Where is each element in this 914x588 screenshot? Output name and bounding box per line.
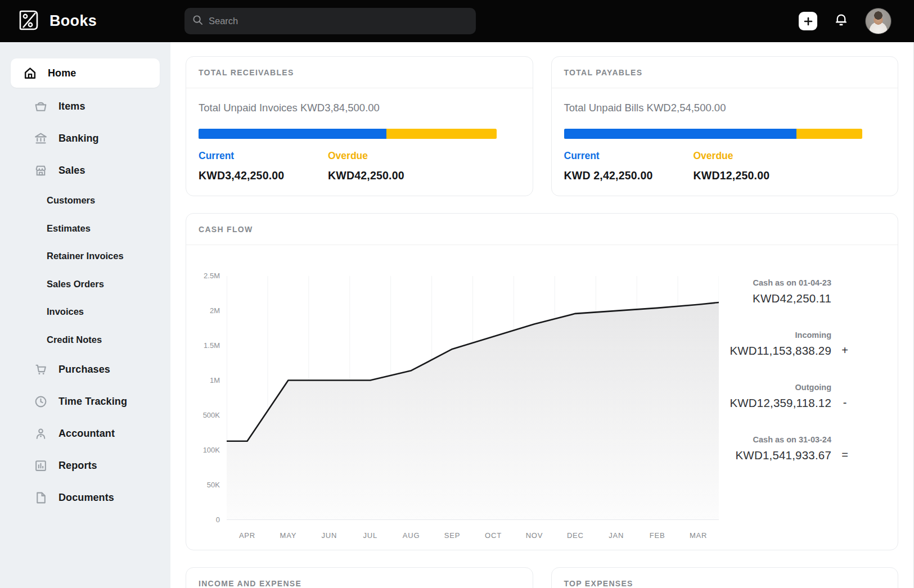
sidebar-item-estimates[interactable]: Estimates: [0, 215, 170, 243]
sidebar-item-label: Purchases: [58, 364, 110, 376]
receivables-progress-bar: [199, 129, 497, 139]
top-expenses-card: TOP EXPENSES: [551, 567, 899, 588]
sidebar-nav: Home Items Banking: [0, 42, 170, 588]
sidebar-item-sales-orders[interactable]: Sales Orders: [0, 270, 170, 298]
basket-icon: [33, 99, 48, 114]
sidebar-item-label: Reports: [58, 460, 97, 472]
cash-flow-card-title: CASH FLOW: [199, 225, 253, 234]
home-icon: [22, 66, 37, 80]
receivables-current-label: Current: [199, 150, 328, 162]
books-logo-icon: [17, 8, 40, 34]
top-expenses-card-title: TOP EXPENSES: [564, 579, 633, 588]
sidebar-item-documents[interactable]: Documents: [11, 482, 160, 514]
total-receivables-card: TOTAL RECEIVABLES Total Unpaid Invoices …: [186, 56, 533, 196]
receivables-current-amount: KWD3,42,250.00: [199, 169, 328, 182]
payables-progress-bar: [564, 129, 862, 139]
payables-current-bar: [564, 129, 796, 139]
cash-flow-card: CASH FLOW 2.5M 2M 1.5M 1M 500K 100K 50K …: [186, 213, 898, 550]
sidebar-item-time-tracking[interactable]: Time Tracking: [11, 386, 160, 418]
receivables-overdue-label: Overdue: [328, 150, 457, 162]
cash-flow-chart[interactable]: [227, 276, 719, 520]
dashboard-main: TOTAL RECEIVABLES Total Unpaid Invoices …: [170, 42, 914, 588]
income-expense-card-title: INCOME AND EXPENSE: [199, 579, 301, 588]
incoming-stat: Incoming KWD11,153,838.29 +: [730, 331, 831, 358]
cash-closing-stat: Cash as on 31-03-24 KWD1,541,933.67 =: [735, 435, 831, 462]
search-input[interactable]: [209, 16, 468, 26]
document-icon: [33, 491, 48, 505]
user-avatar[interactable]: [865, 8, 892, 34]
person-icon: [33, 427, 48, 441]
bank-icon: [33, 132, 48, 146]
search-icon: [192, 15, 203, 28]
payables-current-amount: KWD 2,42,250.00: [564, 169, 694, 182]
sidebar-item-label: Banking: [58, 133, 99, 144]
sidebar-item-label: Documents: [58, 492, 114, 504]
total-payables-card: TOTAL PAYABLES Total Unpaid Bills KWD2,5…: [551, 56, 899, 196]
sidebar-item-accountant[interactable]: Accountant: [11, 418, 160, 450]
sidebar-item-customers[interactable]: Customers: [0, 187, 170, 215]
sidebar-item-sales[interactable]: Sales: [11, 155, 160, 187]
clock-icon: [33, 395, 48, 409]
outgoing-stat: Outgoing KWD12,359,118.12 -: [730, 383, 831, 410]
sidebar-item-items[interactable]: Items: [11, 91, 160, 123]
sidebar-item-retainer-invoices[interactable]: Retainer Invoices: [0, 242, 170, 270]
cash-flow-x-axis: APR MAY JUN JUL AUG SEP OCT NOV DEC JAN …: [227, 531, 719, 540]
receivables-overdue-amount: KWD42,250.00: [328, 169, 457, 182]
topbar: Books: [0, 0, 914, 42]
sidebar-item-reports[interactable]: Reports: [11, 450, 160, 482]
bar-chart-icon: [33, 459, 48, 473]
receivables-current-bar: [199, 129, 386, 139]
sidebar-item-banking[interactable]: Banking: [11, 123, 160, 155]
payables-card-title: TOTAL PAYABLES: [564, 68, 643, 77]
sidebar-item-label: Time Tracking: [58, 396, 127, 408]
equals-symbol: =: [838, 449, 852, 462]
payables-current-label: Current: [564, 150, 694, 162]
payables-overdue-label: Overdue: [694, 150, 823, 162]
notifications-bell-icon[interactable]: [834, 12, 849, 30]
sidebar-item-label: Items: [58, 101, 85, 112]
sidebar-item-invoices[interactable]: Invoices: [0, 298, 170, 326]
unpaid-bills-summary: Total Unpaid Bills KWD2,54,500.00: [564, 102, 886, 114]
cart-icon: [33, 363, 48, 377]
sidebar-item-label: Accountant: [58, 428, 115, 440]
payables-overdue-amount: KWD12,250.00: [694, 169, 823, 182]
income-and-expense-card: INCOME AND EXPENSE: [186, 567, 533, 588]
unpaid-invoices-summary: Total Unpaid Invoices KWD3,84,500.00: [199, 102, 520, 114]
storefront-icon: [33, 164, 48, 178]
quick-create-button[interactable]: [799, 12, 817, 30]
cash-flow-y-axis: 2.5M 2M 1.5M 1M 500K 100K 50K 0: [186, 276, 227, 520]
sidebar-item-label: Home: [48, 67, 76, 79]
cash-opening-stat: Cash as on 01-04-23 KWD42,250.11: [753, 278, 831, 305]
app-logo[interactable]: Books: [0, 8, 170, 34]
receivables-card-title: TOTAL RECEIVABLES: [199, 68, 294, 77]
sidebar-item-credit-notes[interactable]: Credit Notes: [0, 326, 170, 354]
sidebar-item-label: Sales: [58, 165, 85, 177]
minus-symbol: -: [838, 396, 852, 409]
sidebar-item-purchases[interactable]: Purchases: [11, 354, 160, 386]
plus-symbol: +: [838, 344, 852, 357]
search-bar[interactable]: [184, 8, 476, 34]
app-title: Books: [49, 12, 97, 30]
cash-flow-stats: Cash as on 01-04-23 KWD42,250.11 Incomin…: [719, 276, 898, 540]
sidebar-item-home[interactable]: Home: [11, 58, 160, 88]
